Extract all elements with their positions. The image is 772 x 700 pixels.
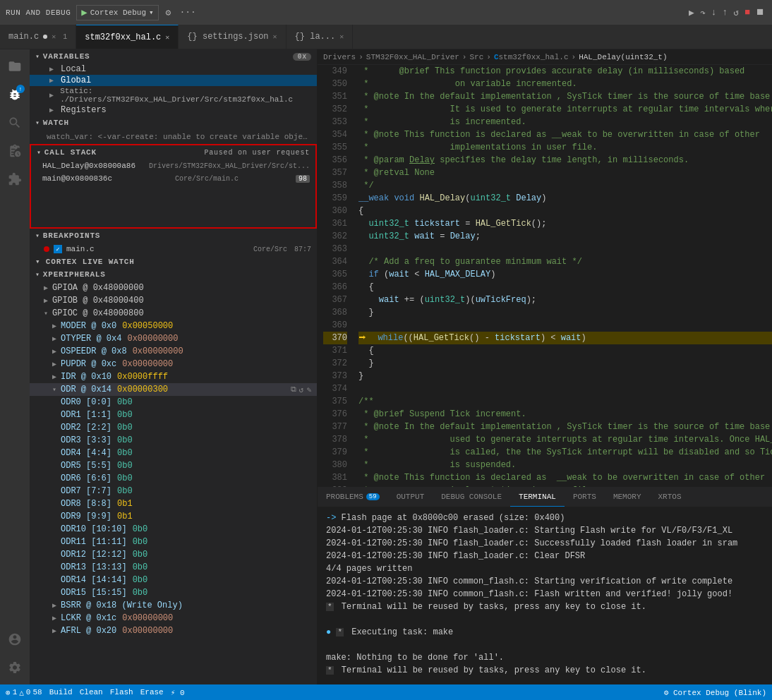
disconnect-icon[interactable]: ⏹	[754, 6, 766, 20]
callstack-item-1[interactable]: main@0x0800836c Core/Src/main.c 98	[31, 172, 315, 185]
tab-xrtos[interactable]: XRTOS	[650, 488, 690, 507]
odr6[interactable]: ODR6 [6:6]0b0	[30, 472, 317, 485]
step-over-icon[interactable]: ↷	[699, 6, 707, 20]
odr9-name: ODR9 [9:9]	[61, 512, 111, 521]
tab-problems[interactable]: PROBLEMS 59	[318, 488, 388, 507]
step-into-icon[interactable]: ↓	[710, 6, 718, 20]
callstack-header[interactable]: ▾ CALL STACK Paused on user request	[31, 145, 315, 159]
peripheral-otyper[interactable]: ▶ OTYPER @ 0x4 0x00000000	[30, 332, 317, 345]
static-arrow: ▶	[49, 91, 57, 99]
bp-checkbox[interactable]: ✓	[54, 245, 62, 253]
code-content[interactable]: 349350351352353 354355356357358 35936036…	[318, 65, 772, 487]
odr15[interactable]: ODR15 [15:15]0b0	[30, 586, 317, 599]
odr10[interactable]: ODR10 [10:10]0b0	[30, 523, 317, 536]
tab-terminal[interactable]: TERMINAL	[510, 488, 565, 507]
peripheral-idr[interactable]: ▶ IDR @ 0x10 0x0000ffff	[30, 370, 317, 383]
breakpoint-item-0[interactable]: ✓ main.c Core/Src 87:7	[30, 243, 317, 255]
more-icon[interactable]: ···	[178, 6, 197, 19]
tab-ports[interactable]: PORTS	[565, 488, 605, 507]
odr13[interactable]: ODR13 [13:13]0b0	[30, 561, 317, 574]
debug-arrow-icon: ⮕	[358, 334, 366, 342]
peripheral-gpioa[interactable]: ▶ GPIOA @ 0x48000000	[30, 282, 317, 294]
peripheral-ospeedr[interactable]: ▶ OSPEEDR @ 0x8 0x00000000	[30, 345, 317, 358]
registers-item[interactable]: ▶ Registers	[30, 104, 317, 116]
tab-memory[interactable]: MEMORY	[605, 488, 650, 507]
odr9[interactable]: ODR9 [9:9]0b1	[30, 510, 317, 523]
stop-icon[interactable]: ■	[743, 6, 752, 20]
activity-explorer[interactable]	[1, 52, 29, 80]
status-errors[interactable]: ⊗ 1 △ 0 58	[6, 688, 42, 697]
terminal-executing: ● * Executing task: make	[326, 626, 764, 639]
tab-la-close[interactable]: ✕	[339, 32, 344, 41]
tab-debug-console[interactable]: DEBUG CONSOLE	[433, 488, 510, 507]
afrl-name: AFRL @ 0x20	[61, 626, 116, 636]
odr8[interactable]: ODR8 [8:8]0b1	[30, 497, 317, 510]
odr14[interactable]: ODR14 [14:14]0b0	[30, 574, 317, 586]
breakpoints-header[interactable]: ▾ BREAKPOINTS	[30, 229, 317, 243]
peripheral-odr[interactable]: ▾ ODR @ 0x14 0x00000300 ⧉ ↺ ✎	[30, 383, 317, 396]
edit-icon[interactable]: ↺	[299, 385, 304, 394]
tab-output[interactable]: OUTPUT	[388, 488, 433, 507]
status-flash[interactable]: Flash	[110, 688, 133, 696]
watch-section: ▾ WATCH watch_var: <-var-create: unable …	[30, 116, 317, 144]
peripheral-gpioc[interactable]: ▾ GPIOC @ 0x48000800	[30, 307, 317, 320]
global-item[interactable]: ▶ Global	[30, 75, 317, 86]
status-debug-config[interactable]: ⚙ Cortex Debug (Blink)	[664, 688, 766, 697]
terminal-content[interactable]: -> Flash page at 0x8000c00 erased (size:…	[318, 507, 772, 684]
peripheral-lckr[interactable]: ▶ LCKR @ 0x1c 0x00000000	[30, 612, 317, 624]
peripheral-pupdr[interactable]: ▶ PUPDR @ 0xc 0x00000000	[30, 358, 317, 370]
bp-line: 87:7	[294, 246, 311, 253]
status-clean[interactable]: Clean	[80, 688, 103, 696]
odr2[interactable]: ODR2 [2:2]0b0	[30, 421, 317, 434]
status-build[interactable]: Build	[49, 688, 73, 696]
odr11[interactable]: ODR11 [11:11]0b0	[30, 536, 317, 548]
tab-stm32f0xx-close[interactable]: ✕	[165, 33, 169, 42]
pencil-icon[interactable]: ✎	[306, 385, 311, 394]
callstack-item-0[interactable]: HAL_Delay@0x08000a86 Drivers/STM32F0xx_H…	[31, 159, 315, 172]
activity-scm[interactable]	[1, 137, 29, 165]
tab-settings-json-close[interactable]: ✕	[273, 32, 277, 41]
tab-settings-json[interactable]: {} settings.json ✕	[179, 25, 286, 49]
cortex-live-label: CORTEX LIVE WATCH	[46, 258, 135, 266]
activity-search[interactable]	[1, 109, 29, 137]
line-349: * @brief This function provides accurate…	[358, 65, 772, 78]
cortex-live-section[interactable]: ▾ CORTEX LIVE WATCH	[30, 255, 317, 267]
odr7[interactable]: ODR7 [7:7]0b0	[30, 485, 317, 497]
xperipherals-header[interactable]: ▾ XPERIPHERALS	[30, 267, 317, 282]
debug-dropdown[interactable]: ▶ Cortex Debug ▾	[76, 5, 158, 20]
odr12[interactable]: ODR12 [12:12]0b0	[30, 548, 317, 561]
main-layout: ! ▾ VARIABLES 0x ▶ Local	[0, 49, 772, 684]
peripheral-gpiob[interactable]: ▶ GPIOB @ 0x48000400	[30, 294, 317, 307]
odr0[interactable]: ODR0 [0:0]0b0	[30, 396, 317, 409]
odr3[interactable]: ODR3 [3:3]0b0	[30, 434, 317, 447]
restart-icon[interactable]: ↺	[732, 6, 740, 20]
tab-main-c-close[interactable]: ✕	[52, 32, 56, 41]
odr1[interactable]: ODR1 [1:1]0b0	[30, 409, 317, 421]
odr5[interactable]: ODR5 [5:5]0b0	[30, 459, 317, 472]
continue-icon[interactable]: ▶	[687, 6, 696, 20]
tab-main-c[interactable]: main.c ✕ 1	[0, 25, 76, 49]
activity-account[interactable]	[1, 625, 29, 653]
activity-settings[interactable]	[1, 653, 29, 682]
watch-header[interactable]: ▾ WATCH	[30, 116, 317, 130]
status-erase[interactable]: Erase	[140, 688, 164, 696]
step-out-icon[interactable]: ↑	[721, 6, 730, 20]
tab-stm32f0xx[interactable]: stm32f0xx_hal.c ✕	[76, 25, 179, 49]
copy-icon[interactable]: ⧉	[291, 385, 296, 394]
peripheral-afrl[interactable]: ▶ AFRL @ 0x20 0x00000000	[30, 624, 317, 637]
peripheral-moder[interactable]: ▶ MODER @ 0x0 0x00050000	[30, 320, 317, 332]
odr6-name: ODR6 [6:6]	[61, 473, 111, 483]
tab-la[interactable]: {} la... ✕	[287, 25, 354, 49]
local-item[interactable]: ▶ Local	[30, 64, 317, 75]
peripheral-bsrr[interactable]: ▶ BSRR @ 0x18 (Write Only)	[30, 599, 317, 612]
line-363	[358, 243, 772, 255]
activity-extensions[interactable]	[1, 165, 29, 193]
callstack-file-1: Core/Src/main.c	[175, 175, 239, 183]
variables-header[interactable]: ▾ VARIABLES 0x	[30, 49, 317, 64]
odr0-name: ODR0 [0:0]	[61, 397, 111, 407]
status-zero[interactable]: ⚡ 0	[171, 688, 185, 697]
odr4[interactable]: ODR4 [4:4]0b0	[30, 447, 317, 459]
static-item[interactable]: ▶ Static: ./Drivers/STM32F0xx_HAL_Driver…	[30, 86, 317, 104]
activity-debug[interactable]: !	[1, 80, 29, 109]
gear-icon[interactable]: ⚙	[164, 6, 173, 20]
